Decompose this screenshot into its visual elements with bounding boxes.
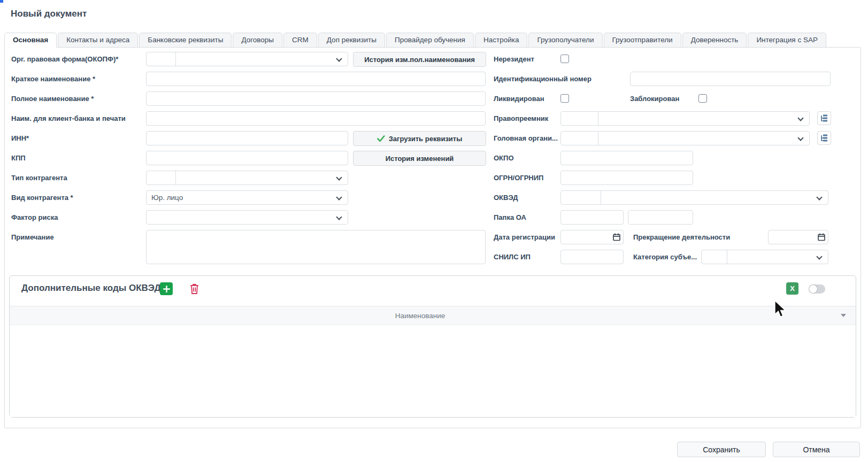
load-requisites-button[interactable]: Загрузить реквизиты (353, 131, 486, 146)
head-org-code-cell[interactable] (561, 132, 598, 145)
successor-code-cell[interactable] (561, 112, 598, 125)
tab-gruzopoluchateli[interactable]: Грузополучатели (528, 33, 602, 48)
save-button[interactable]: Сохранить (677, 442, 766, 457)
oa-folder-input-2[interactable] (628, 210, 693, 225)
oa-folder-input-1[interactable] (560, 210, 624, 225)
counterparty-type-code-cell[interactable] (147, 171, 176, 184)
okved-table-header: Наименование (10, 306, 856, 325)
liquidated-checkbox[interactable] (560, 94, 569, 103)
blocked-label: Заблокирован (630, 91, 679, 106)
reg-date-input[interactable] (560, 230, 624, 244)
successor-combobox[interactable] (560, 111, 810, 126)
tab-doverennost[interactable]: Доверенность (682, 33, 747, 48)
ogrn-label: ОГРН/ОГРНИП (494, 171, 543, 185)
chevron-down-icon (336, 194, 342, 200)
chevron-down-icon (336, 214, 342, 220)
chevron-down-icon (816, 253, 822, 259)
oa-folder-label: Папка ОА (494, 210, 526, 225)
okpo-label: ОКПО (494, 151, 514, 165)
inn-label: ИНН* (11, 131, 29, 145)
tab-bar: Основная Контакты и адреса Банковские ре… (4, 33, 827, 48)
successor-label: Правопреемник (494, 111, 548, 126)
note-label: Примечание (11, 230, 54, 244)
tab-provider-obucheniya[interactable]: Провайдер обучения (386, 33, 474, 48)
subject-category-combobox[interactable] (701, 250, 828, 264)
bank-print-name-input[interactable] (146, 111, 486, 126)
okved-section-toggle[interactable] (809, 284, 825, 294)
okopf-label: Орг. правовая форма(ОКОПФ)* (11, 52, 118, 66)
full-name-label: Полное наименование * (11, 91, 94, 106)
counterparty-kind-select[interactable]: Юр. лицо (146, 190, 348, 205)
risk-factor-label: Фактор риска (11, 210, 58, 225)
tab-nastroyka[interactable]: Настройка (475, 33, 527, 48)
reg-date-label: Дата регистрации (494, 230, 555, 244)
add-okved-button[interactable] (160, 282, 173, 295)
snils-label: СНИЛС ИП (494, 250, 531, 264)
column-header-name[interactable]: Наименование (10, 306, 831, 325)
tab-bank-rekvizity[interactable]: Банковские реквизиты (139, 33, 232, 48)
okved-section-title: Дополнительные коды ОКВЭД (21, 283, 161, 294)
counterparty-kind-label: Вид контрагента * (11, 190, 73, 205)
plus-icon (163, 286, 170, 292)
okpo-input[interactable] (560, 151, 693, 165)
kpp-input[interactable] (146, 151, 348, 165)
short-name-input[interactable] (146, 72, 486, 86)
liquidated-label: Ликвидирован (494, 91, 544, 106)
termination-date-input[interactable] (768, 230, 828, 244)
counterparty-type-label: Тип контрагента (11, 171, 67, 185)
tab-crm[interactable]: CRM (283, 33, 317, 48)
tree-icon (820, 114, 828, 122)
chevron-down-icon (816, 194, 822, 200)
okved-label: ОКВЭД (494, 190, 518, 205)
counterparty-type-combobox[interactable] (146, 171, 348, 185)
id-number-label: Идентификационный номер (494, 72, 592, 86)
chevron-down-icon (336, 174, 342, 180)
id-number-input[interactable] (630, 72, 831, 86)
full-name-input[interactable] (146, 91, 486, 106)
tab-dop-rekvizity[interactable]: Доп реквизиты (318, 33, 385, 48)
chevron-down-icon (797, 135, 803, 141)
tab-gruzootpraviteli[interactable]: Грузоотправители (604, 33, 681, 48)
column-menu-button[interactable] (831, 306, 856, 325)
head-org-combobox[interactable] (560, 131, 810, 145)
nonresident-checkbox[interactable] (560, 55, 569, 63)
chevron-down-icon (797, 115, 803, 121)
okopf-combobox[interactable] (146, 52, 348, 66)
triangle-down-icon (841, 314, 846, 317)
change-history-button[interactable]: История изменений (353, 151, 486, 166)
subject-category-label: Категория субъе... (633, 250, 697, 264)
tab-osnovnaya[interactable]: Основная (4, 33, 57, 48)
tree-icon (820, 134, 828, 142)
ogrn-input[interactable] (560, 171, 693, 185)
blocked-checkbox[interactable] (698, 94, 707, 103)
tab-kontakty[interactable]: Контакты и адреса (58, 33, 138, 48)
page-title: Новый документ (11, 9, 87, 19)
inn-input[interactable] (146, 131, 348, 145)
name-history-button[interactable]: История изм.пол.наименования (353, 52, 486, 67)
trash-icon (189, 283, 199, 295)
short-name-label: Краткое наименование * (11, 72, 95, 86)
okved-code-cell[interactable] (561, 191, 601, 204)
head-org-hierarchy-button[interactable] (817, 131, 831, 145)
check-icon (377, 135, 385, 142)
subject-category-code-cell[interactable] (702, 250, 727, 264)
kpp-label: КПП (11, 151, 26, 165)
toggle-knob (809, 285, 817, 293)
cancel-button[interactable]: Отмена (773, 442, 860, 457)
okopf-code-cell[interactable] (147, 52, 176, 66)
chevron-down-icon (336, 56, 342, 61)
tab-dogovory[interactable]: Договоры (233, 33, 282, 48)
okved-table-body[interactable] (10, 325, 856, 417)
excel-export-button[interactable]: X (786, 282, 798, 295)
note-textarea[interactable] (146, 230, 486, 264)
risk-factor-select[interactable] (146, 210, 348, 225)
excel-icon: X (790, 284, 795, 292)
successor-hierarchy-button[interactable] (817, 111, 831, 125)
main-form-panel: Орг. правовая форма(ОКОПФ)* История изм.… (4, 47, 861, 428)
tab-integraciya-sap[interactable]: Интеграция с SAP (748, 33, 826, 48)
snils-input[interactable] (560, 250, 624, 264)
counterparty-kind-value: Юр. лицо (151, 194, 183, 202)
nonresident-label: Нерезидент (494, 52, 534, 66)
delete-okved-button[interactable] (188, 282, 201, 296)
okved-combobox[interactable] (560, 190, 828, 205)
